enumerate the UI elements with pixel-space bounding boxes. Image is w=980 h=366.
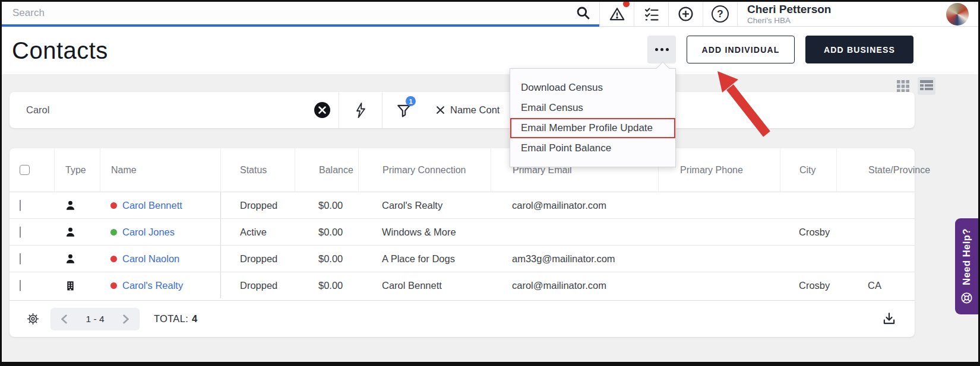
row-checkbox[interactable] — [20, 253, 21, 265]
column-header-primary-connection: Primary Connection — [358, 148, 491, 192]
clear-search-button[interactable] — [314, 102, 330, 118]
table-row[interactable]: Carol Naolon Dropped $0.00 A Place for D… — [10, 245, 915, 272]
menu-item[interactable]: Download Census — [510, 78, 675, 98]
previous-page-button[interactable] — [59, 313, 69, 325]
context-menu-items: Download Census Email Census Email Membe… — [510, 78, 675, 158]
balance-cell: $0.00 — [295, 200, 358, 211]
add-business-button[interactable]: ADD BUSINESS — [805, 36, 913, 63]
contact-name-link[interactable]: Carol Jones — [122, 227, 175, 238]
contact-search-input[interactable]: Carol — [26, 104, 314, 116]
person-icon — [65, 253, 76, 265]
balance-cell: $0.00 — [295, 280, 358, 291]
global-search-input[interactable] — [12, 7, 576, 19]
status-cell: Dropped — [220, 246, 295, 272]
content-area: Carol 1 — [2, 74, 978, 362]
primary-email-cell: carol@mailinator.com — [491, 280, 658, 291]
page-header: Contacts ADD INDIVIDUAL ADD BUSINESS — [2, 27, 978, 74]
business-icon — [65, 280, 76, 291]
next-page-button[interactable] — [121, 313, 131, 325]
row-checkbox[interactable] — [20, 200, 21, 211]
alerts-button[interactable] — [599, 2, 634, 27]
remove-filter-icon[interactable] — [436, 106, 445, 114]
column-header-name: Name — [100, 148, 220, 192]
table-header-row: Type Name Status Balance Primary Connect… — [10, 148, 915, 192]
question-circle-icon: ? — [712, 5, 729, 23]
table-view-icon[interactable] — [918, 77, 935, 95]
chevron-left-icon — [60, 314, 68, 324]
primary-email-cell: am33g@mailinator.com — [491, 253, 658, 265]
user-menu[interactable]: Cheri Petterson Cheri's HBA — [737, 2, 978, 27]
row-checkbox[interactable] — [20, 227, 21, 238]
active-filter-chip[interactable]: Name Cont — [436, 104, 500, 116]
column-header-state: State/Province — [836, 148, 930, 192]
global-search-bar — [2, 2, 599, 27]
table-body: Carol Bennett Dropped $0.00 Carol's Real… — [10, 192, 915, 298]
primary-connection-cell: Carol's Realty — [358, 200, 491, 211]
status-dot — [110, 202, 117, 209]
help-button[interactable]: ? — [703, 2, 737, 27]
checklist-icon — [643, 6, 660, 23]
export-button[interactable] — [881, 311, 897, 327]
select-all-checkbox[interactable] — [20, 165, 30, 175]
quick-actions-button[interactable] — [339, 92, 382, 128]
need-help-tab[interactable]: Need Help? — [955, 218, 978, 314]
menu-item[interactable]: Email Point Balance — [510, 138, 675, 158]
total-label: TOTAL: — [154, 313, 188, 324]
need-help-label: Need Help? — [961, 228, 972, 285]
more-actions-button[interactable] — [647, 36, 676, 63]
search-icon[interactable] — [576, 5, 591, 21]
filter-button[interactable]: 1 — [382, 92, 425, 128]
contact-name-link[interactable]: Carol's Realty — [122, 280, 183, 291]
add-individual-button[interactable]: ADD INDIVIDUAL — [687, 36, 795, 63]
primary-email-cell: carol@mailinator.com — [491, 200, 658, 211]
column-header-city: City — [780, 148, 836, 192]
lightning-icon — [353, 102, 368, 119]
add-new-button[interactable] — [668, 2, 703, 27]
menu-item-label: Email Census — [521, 102, 583, 114]
tasks-button[interactable] — [634, 2, 668, 27]
warning-icon — [608, 6, 626, 23]
column-header-balance: Balance — [295, 148, 358, 192]
status-cell: Dropped — [220, 272, 295, 298]
gear-icon — [26, 312, 40, 326]
table-row[interactable]: Carol Jones Active $0.00 Windows & More … — [10, 218, 915, 245]
table-settings-button[interactable] — [26, 312, 40, 326]
app-window: ? Cheri Petterson Cheri's HBA Contacts A… — [0, 0, 980, 366]
context-menu: Download Census Email Census Email Membe… — [510, 68, 676, 167]
menu-item-label: Email Point Balance — [521, 142, 611, 154]
pagination: 1 - 4 — [50, 308, 140, 330]
table-row[interactable]: Carol's Realty Dropped $0.00 Carol Benne… — [10, 272, 915, 298]
menu-item[interactable]: Email Census — [510, 98, 675, 118]
notification-badge — [622, 0, 630, 8]
plus-circle-icon — [677, 5, 694, 23]
person-icon — [65, 227, 76, 238]
user-organization: Cheri's HBA — [747, 16, 831, 26]
balance-cell: $0.00 — [295, 227, 358, 238]
filter-chip-label: Name Cont — [450, 104, 500, 116]
primary-connection-cell: Windows & More — [358, 227, 491, 238]
user-name: Cheri Petterson — [747, 3, 831, 16]
primary-connection-cell: Carol Bennett — [358, 280, 491, 291]
chevron-right-icon — [122, 314, 130, 324]
menu-item-label: Email Member Profile Update — [521, 122, 653, 134]
avatar[interactable] — [946, 3, 969, 26]
contact-name-link[interactable]: Carol Naolon — [122, 253, 179, 265]
row-checkbox[interactable] — [20, 280, 21, 291]
menu-item-label: Download Census — [521, 82, 603, 94]
page-title: Contacts — [12, 37, 108, 64]
person-icon — [65, 200, 76, 211]
status-dot — [110, 229, 117, 235]
contact-name-link[interactable]: Carol Bennett — [122, 200, 182, 211]
page-range-label: 1 - 4 — [86, 314, 104, 324]
status-dot — [110, 282, 117, 289]
contacts-table: Type Name Status Balance Primary Connect… — [10, 148, 915, 337]
table-row[interactable]: Carol Bennett Dropped $0.00 Carol's Real… — [10, 192, 915, 218]
column-header-status: Status — [220, 148, 295, 192]
total-count: TOTAL:4 — [154, 313, 198, 324]
download-icon — [881, 311, 897, 327]
status-cell: Dropped — [220, 192, 295, 218]
filter-bar: Carol 1 — [10, 92, 915, 128]
menu-item[interactable]: Email Member Profile Update — [510, 118, 675, 138]
city-cell: Crosby — [780, 227, 836, 238]
table-footer: 1 - 4 TOTAL:4 — [10, 300, 915, 337]
